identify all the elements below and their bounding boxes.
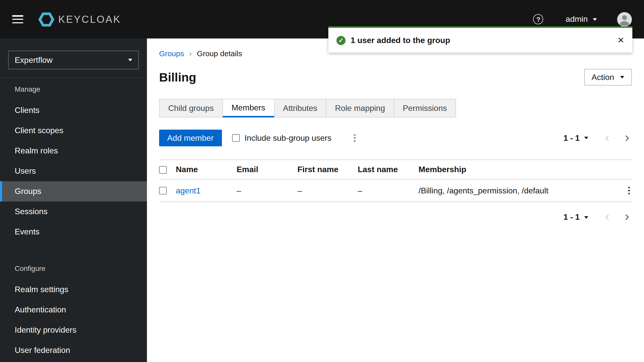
nav-toggle-button[interactable]	[12, 15, 23, 23]
table-header-row: Name Email First name Last name Membersh…	[159, 160, 632, 180]
chevron-down-icon	[584, 216, 588, 218]
sidebar-item-user-federation[interactable]: User federation	[0, 340, 147, 360]
toast-message: 1 user added to the group	[351, 36, 450, 45]
keycloak-logo-icon	[38, 11, 55, 28]
brand-wordmark: KEYCLOAK	[58, 13, 121, 25]
chevron-right-icon	[623, 213, 631, 221]
username-label: admin	[566, 15, 588, 24]
page-title: Billing	[159, 70, 196, 84]
select-all-checkbox[interactable]	[159, 166, 167, 173]
table-row: agent1 – – – /Billing, /agents_permissio…	[159, 180, 632, 202]
question-circle-icon: ?	[536, 15, 540, 23]
members-table: Name Email First name Last name Membersh…	[159, 159, 632, 202]
include-subgroups-group: Include sub-group users	[232, 133, 331, 143]
add-member-button[interactable]: Add member	[159, 130, 222, 146]
member-email: –	[237, 186, 297, 195]
current-realm-label: Expertflow	[15, 55, 52, 65]
close-icon: ✕	[617, 36, 624, 45]
toolbar-kebab-button[interactable]	[352, 132, 358, 144]
breadcrumb-link-groups[interactable]: Groups	[159, 49, 184, 58]
chevron-down-icon	[584, 137, 588, 139]
check-circle-icon: ✓	[336, 36, 346, 45]
sidebar-item-users[interactable]: Users	[0, 161, 147, 181]
column-header-first-name: First name	[297, 165, 358, 174]
main-content: Groups › Group details Billing Action Ch…	[147, 38, 644, 362]
pagination-prev-button[interactable]	[602, 212, 613, 222]
sidebar-item-groups[interactable]: Groups	[0, 181, 147, 202]
column-header-membership: Membership	[419, 165, 614, 174]
hamburger-icon	[12, 15, 23, 16]
breadcrumb-separator-icon: ›	[189, 49, 192, 57]
tab-role-mapping[interactable]: Role mapping	[326, 99, 394, 117]
row-checkbox[interactable]	[159, 187, 167, 194]
chevron-down-icon	[128, 59, 132, 61]
include-subgroups-label: Include sub-group users	[244, 133, 331, 143]
toast-alert: ✓ 1 user added to the group ✕	[328, 26, 632, 53]
pagination-bottom: 1 - 1	[563, 212, 632, 222]
masthead-right: ? admin	[533, 12, 632, 27]
column-header-email: Email	[237, 165, 297, 174]
breadcrumb-current: Group details	[197, 49, 242, 58]
pagination-next-button[interactable]	[622, 212, 632, 222]
pagination-next-button[interactable]	[622, 133, 632, 143]
tab-child-groups[interactable]: Child groups	[159, 99, 223, 117]
nav-section-configure: Configure Realm settings Authentication …	[0, 264, 147, 360]
member-name-link[interactable]: agent1	[176, 186, 237, 195]
sidebar-item-events[interactable]: Events	[0, 222, 147, 242]
nav-section-title: Manage	[0, 85, 147, 100]
sidebar-item-client-scopes[interactable]: Client scopes	[0, 120, 147, 141]
sidebar-item-authentication[interactable]: Authentication	[0, 300, 147, 320]
include-subgroups-checkbox[interactable]	[232, 134, 239, 142]
tabs: Child groups Members Attributes Role map…	[147, 99, 644, 117]
avatar	[617, 12, 632, 27]
row-kebab-button[interactable]	[626, 185, 632, 197]
realm-selector-dropdown[interactable]: Expertflow	[8, 51, 139, 69]
chevron-down-icon	[593, 18, 597, 21]
sidebar-item-clients[interactable]: Clients	[0, 100, 147, 120]
kebab-icon	[354, 134, 356, 136]
member-membership: /Billing, /agents_permission, /default	[419, 186, 614, 195]
keycloak-admin-console: KEYCLOAK ? admin ✓ 1 user added to th	[0, 0, 644, 362]
user-menu-dropdown[interactable]: admin	[566, 15, 597, 24]
pagination-prev-button[interactable]	[602, 133, 613, 143]
sidebar-item-realm-roles[interactable]: Realm roles	[0, 141, 147, 161]
pagination-range-dropdown[interactable]: 1 - 1	[563, 133, 588, 143]
avatar-icon	[617, 12, 632, 27]
toast-close-button[interactable]: ✕	[617, 35, 624, 45]
sidebar-item-realm-settings[interactable]: Realm settings	[0, 279, 147, 300]
column-header-name: Name	[176, 165, 237, 174]
kebab-icon	[628, 187, 630, 189]
member-last-name: –	[358, 186, 419, 195]
column-header-last-name: Last name	[358, 165, 419, 174]
chevron-left-icon	[603, 134, 612, 142]
tab-attributes[interactable]: Attributes	[274, 99, 326, 117]
help-button[interactable]: ?	[533, 14, 543, 24]
sidebar: Expertflow Manage Clients Client scopes …	[0, 38, 147, 362]
pagination-top: 1 - 1	[563, 133, 632, 143]
member-first-name: –	[297, 186, 358, 195]
keycloak-brand[interactable]: KEYCLOAK	[38, 11, 121, 28]
nav-section-manage: Manage Clients Client scopes Realm roles…	[0, 85, 147, 242]
pagination-range-dropdown[interactable]: 1 - 1	[563, 213, 588, 222]
sidebar-item-sessions[interactable]: Sessions	[0, 202, 147, 222]
nav-section-title: Configure	[0, 264, 147, 279]
page-header: Billing Action	[147, 69, 644, 86]
tab-permissions[interactable]: Permissions	[394, 99, 456, 117]
sidebar-item-identity-providers[interactable]: Identity providers	[0, 320, 147, 340]
action-dropdown-button[interactable]: Action	[584, 69, 632, 86]
chevron-down-icon	[620, 76, 624, 78]
pagination-bottom-wrap: 1 - 1	[147, 212, 644, 222]
chevron-left-icon	[603, 213, 612, 221]
tab-members[interactable]: Members	[222, 99, 274, 117]
realm-selector-block: Expertflow	[0, 38, 147, 78]
members-toolbar: Add member Include sub-group users 1 - 1	[147, 130, 644, 146]
chevron-right-icon	[623, 134, 631, 142]
